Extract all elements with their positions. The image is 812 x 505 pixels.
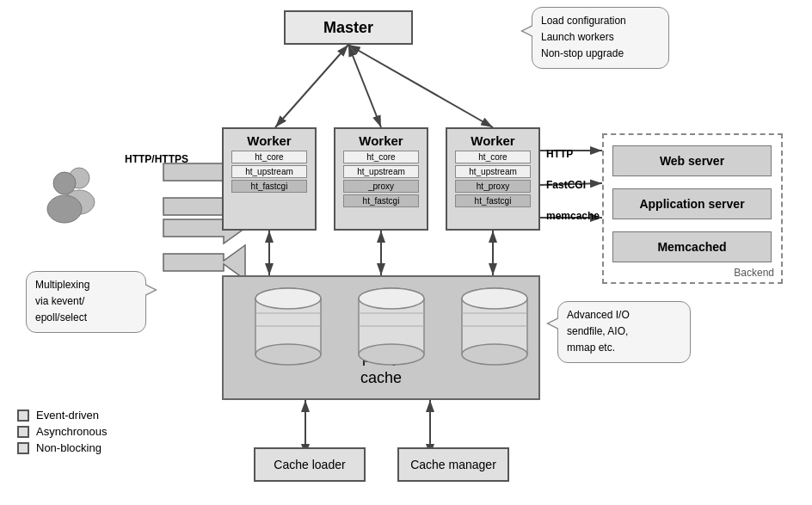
- legend: Event-driven Asynchronous Non-blocking: [17, 409, 107, 458]
- db-cylinders: [237, 281, 529, 393]
- legend-label-async: Asynchronous: [36, 425, 107, 438]
- backend-webserver: Web server: [612, 145, 772, 176]
- worker1-module-core: ht_core: [231, 151, 307, 163]
- svg-point-31: [359, 344, 424, 365]
- worker3-module-proxy: ht_proxy: [455, 180, 531, 193]
- backend-box: Web server Application server Memcached …: [602, 133, 783, 284]
- svg-point-25: [255, 344, 321, 365]
- callout-config: Load configurationLaunch workersNon-stop…: [532, 7, 669, 69]
- callout-aio-text: Advanced I/Osendfile, AIO,mmap etc.: [567, 309, 630, 354]
- diagram-container: HTTP/HTTPS Master Load configurationLaun…: [0, 0, 812, 505]
- svg-line-4: [275, 45, 348, 127]
- svg-point-22: [47, 195, 82, 223]
- cache-loader-label: Cache loader: [274, 458, 345, 471]
- backend-appserver: Application server: [612, 188, 772, 219]
- proxy-cache-box: proxycache: [222, 275, 540, 400]
- worker2-module-core: ht_core: [343, 151, 419, 163]
- legend-item-event: Event-driven: [17, 409, 107, 422]
- worker-2: Worker ht_core ht_upstream _proxy ht_fas…: [334, 127, 428, 231]
- http-label: HTTP: [546, 148, 573, 160]
- svg-point-37: [462, 344, 527, 365]
- worker2-module-proxy: _proxy: [343, 180, 419, 193]
- svg-point-26: [255, 288, 321, 309]
- legend-square-event: [17, 410, 29, 422]
- worker2-title: Worker: [359, 131, 403, 150]
- svg-line-6: [348, 45, 493, 127]
- callout-config-text: Load configurationLaunch workersNon-stop…: [541, 15, 626, 59]
- worker3-module-upstream: ht_upstream: [455, 165, 531, 178]
- svg-marker-10: [163, 245, 245, 280]
- http-https-label: HTTP/HTTPS: [125, 153, 188, 165]
- worker1-module-upstream: ht_upstream: [231, 165, 307, 178]
- users-icon: [34, 159, 103, 228]
- master-box: Master: [284, 10, 413, 45]
- worker1-title: Worker: [247, 131, 291, 150]
- worker3-module-core: ht_core: [455, 151, 531, 163]
- cache-loader-box: Cache loader: [254, 447, 366, 482]
- backend-label: Backend: [734, 267, 774, 279]
- worker3-module-fastcgi: ht_fastcgi: [455, 194, 531, 207]
- cache-manager-label: Cache manager: [410, 458, 496, 471]
- svg-point-32: [359, 288, 424, 309]
- worker2-module-fastcgi: ht_fastcgi: [343, 194, 419, 207]
- backend-memcached: Memcached: [612, 231, 772, 262]
- worker-1: Worker ht_core ht_upstream ht_fastcgi: [222, 127, 317, 231]
- legend-square-async: [17, 426, 29, 438]
- legend-item-async: Asynchronous: [17, 425, 107, 438]
- worker-3: Worker ht_core ht_upstream ht_proxy ht_f…: [446, 127, 540, 231]
- fastcgi-label: FastCGI: [546, 179, 586, 191]
- worker2-module-upstream: ht_upstream: [343, 165, 419, 178]
- svg-point-38: [462, 288, 527, 309]
- cache-manager-box: Cache manager: [397, 447, 509, 482]
- svg-point-21: [53, 172, 76, 194]
- callout-mux: Multiplexingvia kevent/epoll/select: [26, 271, 146, 333]
- callout-aio: Advanced I/Osendfile, AIO,mmap etc.: [557, 301, 691, 363]
- memcache-label: memcache: [546, 210, 600, 222]
- worker1-module-fastcgi: ht_fastcgi: [231, 180, 307, 193]
- legend-label-nonblock: Non-blocking: [36, 441, 102, 454]
- worker3-title: Worker: [471, 131, 514, 150]
- legend-label-event: Event-driven: [36, 409, 99, 422]
- legend-item-nonblock: Non-blocking: [17, 441, 107, 454]
- master-label: Master: [323, 19, 373, 37]
- legend-square-nonblock: [17, 442, 29, 454]
- svg-line-5: [348, 45, 381, 127]
- callout-mux-text: Multiplexingvia kevent/epoll/select: [35, 279, 89, 323]
